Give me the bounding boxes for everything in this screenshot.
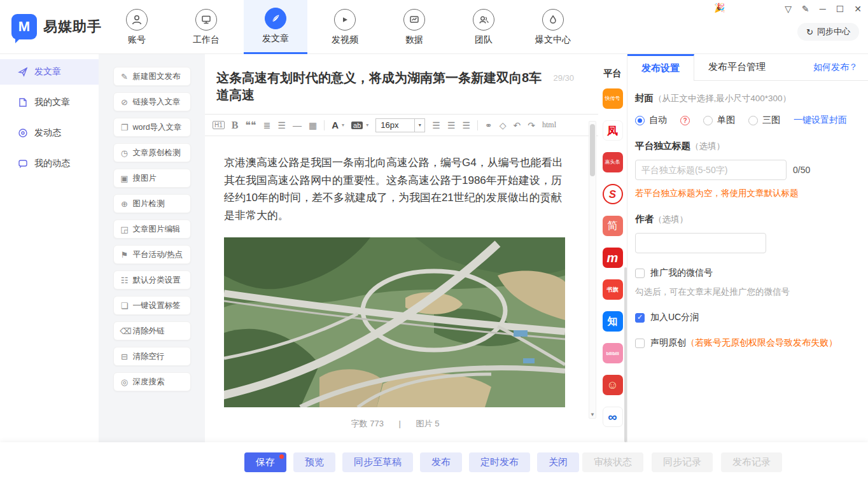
platform-icon-kuaichuanhao[interactable]: 快传号: [603, 88, 623, 109]
article-body-text[interactable]: 京港澳高速公路是我国一条南北向高速公路，编号G4，从编号也能看出其在我国高速公路…: [205, 136, 598, 225]
scrollbar-thumb[interactable]: [590, 124, 595, 176]
cover-help-icon[interactable]: ?: [680, 116, 690, 125]
minimize-button[interactable]: ─: [820, 4, 826, 14]
author-input[interactable]: [635, 233, 766, 253]
platform-icon-bilibili[interactable]: bilibili: [603, 343, 623, 363]
menu-dropdown-icon[interactable]: ▽: [785, 4, 792, 14]
platform-icon-zhihu[interactable]: 知: [603, 311, 623, 332]
uc-share-label[interactable]: 加入UC分润: [650, 312, 699, 323]
platform-icon-ifeng[interactable]: 凤: [603, 120, 623, 141]
platform-icon-huitoutiao[interactable]: 惠头条: [603, 152, 623, 172]
set-cover-link[interactable]: 一键设置封面: [794, 115, 847, 126]
horizontal-rule-button[interactable]: —: [293, 120, 302, 130]
clear-format-button[interactable]: ◇: [500, 120, 507, 130]
tool-platform-activity[interactable]: ⚑平台活动/热点: [113, 245, 191, 264]
insert-image-button[interactable]: ▦: [309, 120, 317, 130]
maximize-button[interactable]: ☐: [836, 4, 844, 14]
align-right-button[interactable]: ☰: [462, 120, 470, 130]
tool-set-tags[interactable]: ❏一键设置标签: [113, 296, 191, 315]
radio-auto[interactable]: [635, 116, 645, 125]
font-color-dropdown-icon[interactable]: ▾: [342, 122, 344, 128]
declare-original-checkbox[interactable]: [635, 339, 645, 348]
tool-image-edit[interactable]: ◲文章图片编辑: [113, 220, 191, 239]
tool-originality-check[interactable]: ◷文章原创检测: [113, 143, 191, 162]
html-source-button[interactable]: html: [542, 120, 556, 130]
nav-team[interactable]: 团队: [452, 0, 515, 54]
radio-single-label[interactable]: 单图: [717, 115, 735, 126]
platform-icon-jianshu[interactable]: 简: [603, 216, 623, 236]
cover-label: 封面: [635, 93, 654, 103]
nav-workbench[interactable]: 工作台: [174, 0, 238, 54]
nav-hot-center[interactable]: 爆文中心: [521, 0, 585, 54]
platform-icon-toutiao[interactable]: m: [603, 248, 623, 268]
close-button[interactable]: ✕: [854, 4, 862, 14]
sidebar-item-publish-moment[interactable]: 发动态: [0, 120, 99, 146]
nav-account[interactable]: 账号: [105, 0, 169, 54]
editor-scrollbar[interactable]: ▼: [589, 121, 596, 419]
scroll-down-icon[interactable]: ▼: [589, 412, 596, 417]
sidebar-item-publish-article[interactable]: 发文章: [0, 59, 99, 85]
sync-records-button[interactable]: 同步记录: [652, 452, 713, 472]
tab-platform-management[interactable]: 发布平台管理: [694, 54, 780, 80]
uc-share-checkbox[interactable]: [635, 313, 645, 323]
declare-original-label[interactable]: 声明原创（若账号无原创权限会导致发布失败）: [650, 337, 837, 349]
tool-default-category[interactable]: ☷默认分类设置: [113, 270, 191, 290]
platform-icon-kuaikan[interactable]: ☺: [603, 375, 623, 395]
highlight-dropdown-icon[interactable]: ▾: [366, 122, 368, 128]
radio-triple-image[interactable]: [748, 116, 758, 125]
radio-single-image[interactable]: [703, 116, 713, 125]
font-size-select[interactable]: 16px ▾: [375, 118, 425, 132]
declare-original-text: 声明原创: [650, 337, 686, 347]
platform-icon-sohu[interactable]: S: [603, 184, 623, 204]
publish-records-button[interactable]: 发布记录: [721, 452, 782, 472]
wechat-promo-label[interactable]: 推广我的微信号: [650, 267, 713, 279]
cover-hint: （从正文中选择,最小尺寸400*300）: [654, 94, 791, 103]
font-color-button[interactable]: A: [332, 120, 339, 130]
find-replace-button[interactable]: ⚭: [485, 120, 493, 130]
article-image[interactable]: [224, 237, 565, 407]
how-to-publish-link[interactable]: 如何发布？: [813, 54, 858, 81]
article-title-input[interactable]: 这条高速有划时代的意义，将成为湖南第一条新建双向8车道高速: [216, 69, 554, 104]
align-center-button[interactable]: ☰: [447, 120, 456, 130]
scheduled-publish-button[interactable]: 定时发布: [469, 452, 530, 472]
tool-search-images[interactable]: ▣搜图片: [113, 169, 191, 188]
sidebar-item-my-articles[interactable]: 我的文章: [0, 90, 99, 115]
tool-image-check[interactable]: ⊕图片检测: [113, 194, 191, 213]
tool-deep-search[interactable]: ◎深度搜索: [113, 372, 191, 391]
feedback-icon[interactable]: ✎: [802, 4, 809, 14]
preview-button[interactable]: 预览: [293, 452, 335, 472]
radio-triple-label[interactable]: 三图: [762, 115, 780, 126]
save-button[interactable]: 保存: [244, 452, 286, 472]
sync-to-draft-button[interactable]: 同步至草稿: [342, 452, 413, 472]
ordered-list-button[interactable]: ≣: [263, 120, 271, 130]
tool-clear-links[interactable]: ⌫清除外链: [113, 321, 191, 340]
tool-import-word[interactable]: ❐word导入文章: [113, 118, 191, 137]
tool-label: 一键设置标签: [133, 300, 181, 311]
undo-button[interactable]: ↶: [514, 120, 521, 130]
bold-button[interactable]: B: [232, 120, 239, 131]
align-left-button[interactable]: ☰: [432, 120, 440, 130]
unordered-list-button[interactable]: ☰: [277, 120, 286, 130]
platform-icon-uc[interactable]: ∞: [603, 407, 623, 427]
wechat-promo-checkbox[interactable]: [635, 269, 645, 278]
tool-import-link[interactable]: ⊘链接导入文章: [113, 92, 191, 111]
platform-title-input[interactable]: [635, 160, 787, 180]
blockquote-button[interactable]: ❝❝: [245, 119, 256, 131]
tool-clear-blank-lines[interactable]: ⊟清除空行: [113, 347, 191, 366]
highlight-button[interactable]: ab: [351, 122, 363, 129]
sync-center-button[interactable]: ↻ 同步中心: [797, 23, 859, 41]
nav-data[interactable]: 数据: [382, 0, 446, 54]
close-editor-button[interactable]: 关闭: [537, 452, 579, 472]
tool-new-article[interactable]: ✎新建图文发布: [113, 67, 191, 86]
platform-icon-shuqi[interactable]: 书旗: [603, 279, 623, 300]
heading-button[interactable]: H1: [213, 121, 225, 129]
promo-icon[interactable]: 🎉: [714, 3, 725, 13]
nav-publish-article[interactable]: 发文章: [244, 0, 307, 54]
publish-button[interactable]: 发布: [420, 452, 462, 472]
radio-auto-label[interactable]: 自动: [649, 115, 667, 126]
sidebar-item-my-moments[interactable]: 我的动态: [0, 151, 99, 176]
review-status-button[interactable]: 审核状态: [582, 452, 643, 472]
nav-publish-video[interactable]: 发视频: [313, 0, 377, 54]
tab-publish-settings[interactable]: 发布设置: [627, 54, 694, 81]
redo-button[interactable]: ↷: [528, 120, 535, 130]
